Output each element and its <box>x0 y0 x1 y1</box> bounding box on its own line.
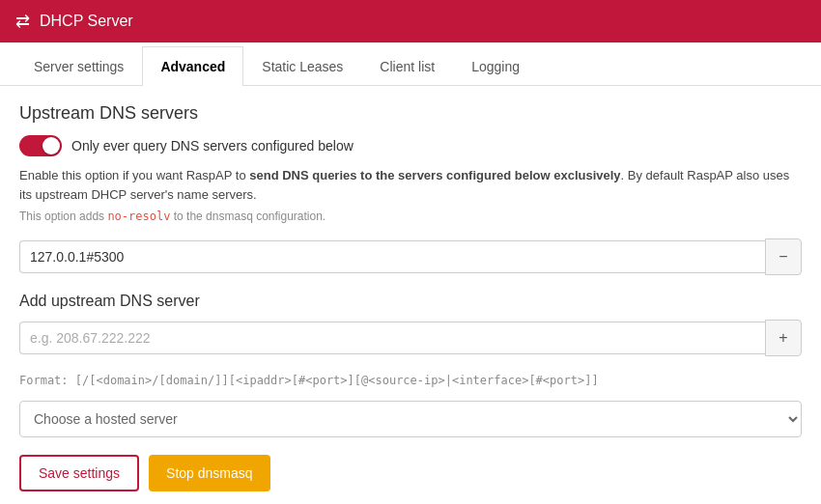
remove-server-button[interactable]: − <box>765 238 802 275</box>
add-server-row: + <box>19 320 802 356</box>
tab-static-leases[interactable]: Static Leases <box>243 46 361 86</box>
hint-code: no-resolv <box>107 210 170 223</box>
hosted-server-select[interactable]: Choose a hosted server Google (8.8.8.8, … <box>19 401 802 437</box>
hosted-server-select-row: Choose a hosted server Google (8.8.8.8, … <box>19 401 802 437</box>
format-hint: Format: [/[<domain>/[domain/]][<ipaddr>[… <box>19 374 802 387</box>
dhcp-icon: ⇄ <box>15 11 30 32</box>
hint-suffix: to the dnsmasq configuration. <box>170 210 326 223</box>
desc-prefix: Enable this option if you want RaspAP to <box>19 168 249 182</box>
desc-bold: send DNS queries to the servers configur… <box>249 168 620 182</box>
tab-bar: Server settings Advanced Static Leases C… <box>0 46 821 86</box>
footer-buttons: Save settings Stop dnsmasq <box>19 455 802 491</box>
dns-only-toggle[interactable] <box>19 135 62 156</box>
app-title: DHCP Server <box>40 13 133 30</box>
tab-logging[interactable]: Logging <box>453 46 538 86</box>
hint-paragraph: This option adds no-resolv to the dnsmas… <box>19 210 802 223</box>
existing-server-input[interactable] <box>19 240 765 273</box>
description-paragraph: Enable this option if you want RaspAP to… <box>19 166 802 204</box>
dns-toggle-row: Only ever query DNS servers configured b… <box>19 135 802 156</box>
save-settings-button[interactable]: Save settings <box>19 455 139 491</box>
existing-server-row: − <box>19 238 802 275</box>
app-header: ⇄ DHCP Server <box>0 0 821 42</box>
add-server-button[interactable]: + <box>765 320 802 356</box>
add-server-input[interactable] <box>19 322 765 354</box>
tab-server-settings[interactable]: Server settings <box>15 46 142 86</box>
section-title: Upstream DNS servers <box>19 103 802 124</box>
add-upstream-title: Add upstream DNS server <box>19 293 802 310</box>
main-content: Upstream DNS servers Only ever query DNS… <box>0 86 821 504</box>
stop-dnsmasq-button[interactable]: Stop dnsmasq <box>149 455 270 491</box>
hint-prefix: This option adds <box>19 210 107 223</box>
tab-client-list[interactable]: Client list <box>361 46 453 86</box>
dns-only-label: Only ever query DNS servers configured b… <box>71 138 354 154</box>
tab-advanced[interactable]: Advanced <box>142 46 243 86</box>
